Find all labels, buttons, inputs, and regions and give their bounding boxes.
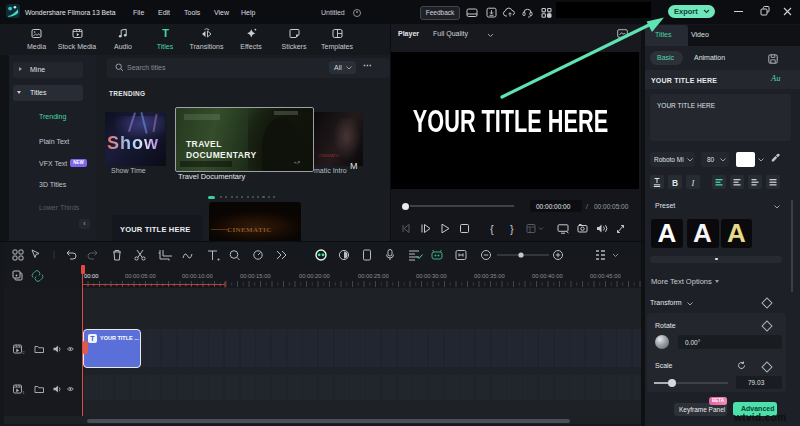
svg-text:00:00:10:00: 00:00:10:00 [182, 273, 213, 279]
svg-text:00:00:45:00: 00:00:45:00 [590, 273, 621, 279]
svg-text:00:00:25:00: 00:00:25:00 [358, 273, 389, 279]
svg-text:00:00:15:00: 00:00:15:00 [240, 273, 271, 279]
svg-text:00:00:20:00: 00:00:20:00 [299, 273, 330, 279]
svg-text:00:00:40:00: 00:00:40:00 [532, 273, 563, 279]
svg-text:00:00:35:00: 00:00:35:00 [474, 273, 505, 279]
svg-text:00:00:30:00: 00:00:30:00 [416, 273, 447, 279]
svg-text:2: 2 [22, 350, 25, 355]
svg-text:00:00:05:00: 00:00:05:00 [125, 273, 156, 279]
svg-text:I: I [691, 178, 696, 188]
svg-text:{: { [490, 223, 494, 235]
svg-text:T: T [162, 28, 169, 39]
svg-text:}: } [510, 223, 514, 235]
svg-text:1: 1 [22, 390, 25, 395]
svg-text:B: B [672, 178, 678, 188]
svg-text:00:00: 00:00 [84, 273, 99, 279]
